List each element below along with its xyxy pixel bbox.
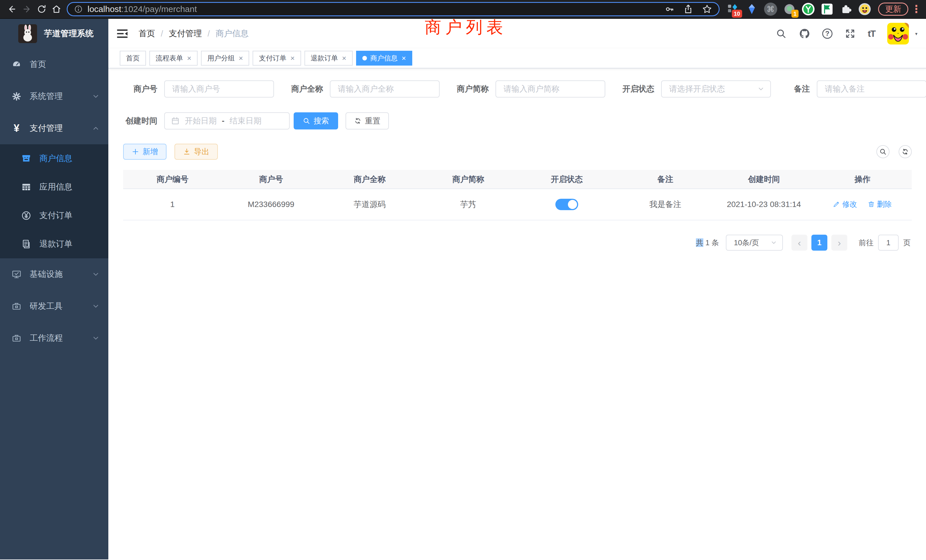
page-size-select[interactable]: 10条/页 (726, 235, 783, 251)
prev-page-button[interactable]: ‹ (791, 235, 807, 251)
extension-recorder-icon[interactable]: 1 (781, 1, 797, 17)
sidebar-item-payment[interactable]: ¥ 支付管理 (0, 112, 108, 144)
sidebar-fold-icon[interactable] (116, 27, 129, 40)
tab-refund-order[interactable]: 退款订单 × (304, 51, 353, 65)
column-header: 商户编号 (123, 170, 222, 189)
sidebar-item-merchant-info[interactable]: 商户信息 (0, 144, 108, 173)
close-icon[interactable]: × (187, 54, 191, 62)
browser-home-icon[interactable] (49, 2, 64, 17)
chevron-down-icon (92, 334, 100, 342)
tab-merchant-info[interactable]: 商户信息 × (356, 51, 412, 65)
sidebar-item-pay-order[interactable]: 支付订单 (0, 201, 108, 230)
pagination-total: 共 1 条 (696, 238, 719, 248)
filter-label: 备注 (783, 83, 810, 94)
extension-badge: 10 (732, 10, 742, 18)
browser-forward-icon[interactable] (20, 2, 34, 17)
export-button[interactable]: 导出 (174, 144, 218, 160)
url-bar[interactable]: localhost:1024/pay/merchant (67, 2, 720, 16)
sidebar-item-refund-order[interactable]: 退款订单 (0, 230, 108, 258)
browser-reload-icon[interactable] (34, 2, 49, 17)
sidebar-item-label: 支付管理 (30, 123, 63, 134)
font-size-icon[interactable]: tT (868, 29, 875, 39)
close-icon[interactable]: × (402, 54, 406, 62)
cell-remark: 我是备注 (616, 189, 715, 220)
short-name-input[interactable] (495, 80, 605, 97)
document-icon (21, 239, 31, 249)
sidebar-item-system[interactable]: 系统管理 (0, 80, 108, 112)
browser-profile-avatar[interactable] (857, 1, 873, 17)
page-number-button[interactable]: 1 (811, 235, 828, 251)
extension-kite-icon[interactable] (744, 1, 760, 17)
cell-short-name: 芋艿 (419, 189, 517, 220)
toggle-search-button[interactable] (876, 145, 890, 158)
monitor-check-icon (11, 269, 22, 279)
extension-command-icon[interactable]: ⌘ (763, 1, 779, 17)
tab-user-group[interactable]: 用户分组 × (201, 51, 249, 65)
sidebar-item-label: 商户信息 (39, 153, 73, 164)
extensions-puzzle-icon[interactable] (838, 1, 854, 17)
header-search-icon[interactable] (775, 28, 787, 39)
sidebar-item-label: 首页 (30, 59, 46, 70)
yen-circle-icon (21, 210, 31, 221)
status-select[interactable]: 请选择开启状态 (661, 80, 771, 97)
jump-page-input[interactable] (878, 235, 899, 251)
grid-table-icon (21, 182, 31, 192)
close-icon[interactable]: × (239, 54, 243, 62)
breadcrumb-item[interactable]: 首页 (139, 28, 155, 39)
pencil-icon (833, 201, 840, 207)
browser-menu-icon[interactable]: ⋮ (911, 3, 920, 15)
sidebar-item-workflow[interactable]: 工作流程 (0, 322, 108, 354)
sidebar-menu: 首页 系统管理 ¥ 支付管理 (0, 48, 108, 354)
breadcrumb: 首页 / 支付管理 / 商户信息 (139, 28, 249, 39)
app-header: 首页 / 支付管理 / 商户信息 ? tT (108, 19, 926, 48)
user-avatar[interactable] (887, 23, 909, 44)
caret-down-icon[interactable]: ▾ (915, 31, 917, 36)
extension-grid-icon[interactable]: 10 (725, 1, 741, 17)
close-icon[interactable]: × (290, 54, 295, 62)
extension-flag-icon[interactable] (819, 1, 835, 17)
add-button[interactable]: 新增 (123, 144, 166, 160)
reset-button[interactable]: 重置 (345, 112, 389, 129)
tab-pay-order[interactable]: 支付订单 × (253, 51, 301, 65)
tabs-bar: 首页 流程表单 × 用户分组 × 支付订单 × 退款订单 × 商户信息 × (108, 48, 926, 68)
filter-row-1: 商户号 商户全称 商户简称 开启状态 请选择开启状态 (108, 80, 926, 97)
tab-process-form[interactable]: 流程表单 × (150, 51, 198, 65)
merchant-no-input[interactable] (164, 80, 274, 97)
sidebar-item-home[interactable]: 首页 (0, 48, 108, 80)
full-name-input[interactable] (330, 80, 440, 97)
fullscreen-icon[interactable] (844, 28, 856, 39)
shop-icon (21, 153, 31, 163)
bookmark-star-icon[interactable] (702, 4, 713, 15)
share-icon[interactable] (683, 4, 694, 15)
remark-input[interactable] (817, 80, 926, 97)
next-page-button[interactable]: › (831, 235, 847, 251)
refresh-icon (354, 117, 362, 125)
search-button[interactable]: 搜索 (294, 112, 338, 129)
key-icon[interactable] (664, 4, 675, 15)
sidebar-item-label: 退款订单 (39, 238, 73, 250)
refresh-table-button[interactable] (899, 145, 912, 158)
breadcrumb-item[interactable]: 支付管理 (169, 28, 202, 39)
url-text: localhost:1024/pay/merchant (88, 4, 197, 14)
trash-icon (868, 201, 875, 207)
browser-back-icon[interactable] (5, 2, 20, 17)
create-time-range-picker[interactable]: 开始日期 - 结束日期 (164, 112, 290, 129)
sidebar-item-label: 应用信息 (39, 182, 73, 193)
sidebar-item-infrastructure[interactable]: 基础设施 (0, 258, 108, 290)
toolbox-icon (11, 333, 22, 343)
chevron-down-icon (92, 302, 100, 310)
github-icon[interactable] (799, 28, 810, 39)
info-icon[interactable] (74, 5, 83, 14)
sidebar-item-app-info[interactable]: 应用信息 (0, 173, 108, 201)
delete-link[interactable]: 删除 (868, 199, 892, 209)
app-logo-row[interactable]: 芋道管理系统 (0, 19, 108, 48)
edit-link[interactable]: 修改 (833, 199, 857, 209)
sidebar-item-dev-tools[interactable]: 研发工具 (0, 290, 108, 322)
close-icon[interactable]: × (342, 54, 346, 62)
status-toggle[interactable] (555, 199, 578, 210)
help-icon[interactable]: ? (822, 29, 832, 39)
browser-update-button[interactable]: 更新 (878, 3, 908, 16)
extension-y-icon[interactable] (800, 1, 816, 17)
app-title: 芋道管理系统 (44, 28, 94, 39)
tab-home[interactable]: 首页 (120, 51, 146, 65)
